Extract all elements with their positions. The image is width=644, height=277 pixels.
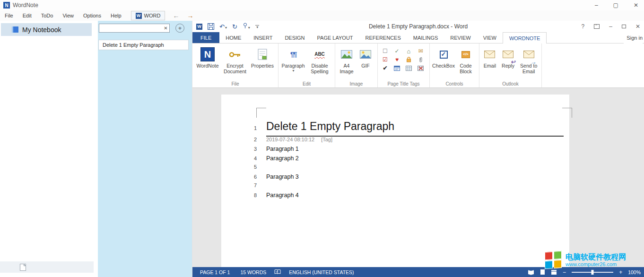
disable-spelling-button[interactable]: ABC Disable Spelling xyxy=(306,44,333,74)
doc-paragraph[interactable]: Paragraph 3 xyxy=(266,173,299,180)
doc-paragraph[interactable]: Paragraph 2 xyxy=(266,155,299,162)
new-page-icon[interactable] xyxy=(20,264,26,271)
ribbon-display-options-icon[interactable] xyxy=(594,24,600,29)
ribbon-group-page-title-tags: ☐ ✓ ⌂ ✉ ☑ ♥ ✔ xyxy=(378,43,430,87)
qat-icons: W ↶▾ ↻ ▾ ▾ xyxy=(196,21,259,32)
line-number: 2 xyxy=(248,137,257,142)
menu-todo[interactable]: ToDo xyxy=(36,13,58,18)
undo-button[interactable]: ↶▾ xyxy=(219,22,227,31)
tab-home[interactable]: HOME xyxy=(219,32,247,43)
line-number: 4 xyxy=(248,156,257,161)
tag-attachment-icon[interactable] xyxy=(419,57,423,63)
tab-page-layout[interactable]: PAGE LAYOUT xyxy=(311,32,359,43)
tag-lock-icon[interactable] xyxy=(406,57,411,62)
menu-edit[interactable]: Edit xyxy=(18,13,36,18)
zoom-in-button[interactable]: + xyxy=(619,269,622,276)
tag-mail-icon[interactable]: ✉ xyxy=(418,48,423,54)
paragraph-button[interactable]: ¶¶ Paragraph ▾ xyxy=(280,44,306,73)
gif-button[interactable]: GIF xyxy=(357,44,374,69)
tab-view[interactable]: VIEW xyxy=(477,32,503,43)
tag-checkbox-icon[interactable]: ☐ xyxy=(383,48,388,54)
read-mode-icon[interactable] xyxy=(528,269,534,275)
zoom-out-button[interactable]: − xyxy=(563,269,566,276)
tag-table-icon[interactable] xyxy=(406,66,412,71)
tag-bold-check-icon[interactable]: ✔ xyxy=(383,65,387,71)
touch-mode-button[interactable]: ▾ xyxy=(243,22,250,31)
watermark-text: 电脑软硬件教程网 www.computer26.com xyxy=(566,252,626,268)
zoom-level[interactable]: 100% xyxy=(628,269,641,275)
menu-options[interactable]: Options xyxy=(78,13,106,18)
menu-help[interactable]: Help xyxy=(106,13,126,18)
tab-mailings[interactable]: MAILINGS xyxy=(407,32,444,43)
search-input[interactable] xyxy=(99,26,162,31)
document-area: 1 Delete 1 Empty Paragraph 2 2019-07-24 … xyxy=(192,88,644,267)
add-page-button[interactable]: + xyxy=(175,24,184,33)
help-button[interactable]: ? xyxy=(582,23,585,30)
menu-file[interactable]: File xyxy=(0,13,18,18)
encrypt-document-button[interactable]: Encrypt Document xyxy=(221,44,249,74)
search-clear-icon[interactable]: ✕ xyxy=(162,26,169,31)
doc-timestamp[interactable]: 2019-07-24 08:10:12 xyxy=(266,137,314,142)
checkbox-control-button[interactable]: ✓ CheckBox xyxy=(431,44,456,69)
tag-checked-box-icon[interactable]: ☑ xyxy=(383,57,388,62)
tab-wordnote[interactable]: WORDNOTE xyxy=(503,32,547,43)
doc-paragraph[interactable]: Paragraph 1 xyxy=(266,146,299,152)
word-minimize-button[interactable]: – xyxy=(609,23,612,30)
tag-heart-icon[interactable]: ♥ xyxy=(395,57,399,62)
tag-check-icon[interactable]: ✓ xyxy=(394,48,399,54)
watermark: 电脑软硬件教程网 www.computer26.com xyxy=(545,251,626,268)
wordnote-button[interactable]: N WordNote xyxy=(194,44,221,69)
properties-button[interactable]: Properties xyxy=(249,44,276,69)
app-maximize-button[interactable]: ▢ xyxy=(613,2,618,9)
redo-icon[interactable]: ↻ xyxy=(232,24,237,30)
notebook-header[interactable]: My Notebook xyxy=(1,23,92,36)
watermark-logo-icon xyxy=(545,251,562,269)
customize-qat-dropdown-icon: ▾ xyxy=(256,26,258,28)
nav-forward-arrow[interactable]: → xyxy=(187,12,193,19)
zoom-slider[interactable] xyxy=(572,272,613,273)
save-icon[interactable] xyxy=(208,23,214,30)
menu-view[interactable]: View xyxy=(58,13,78,18)
tab-design[interactable]: DESIGN xyxy=(278,32,311,43)
app-close-button[interactable]: ✕ xyxy=(634,2,638,9)
gif-icon xyxy=(360,50,371,59)
reply-button[interactable]: ↩ Reply xyxy=(499,44,518,69)
word-document-tab[interactable]: W WORD xyxy=(131,11,165,20)
language-indicator[interactable]: ENGLISH (UNITED STATES) xyxy=(284,269,359,275)
a4-image-button[interactable]: A4 Image xyxy=(337,44,357,74)
nav-back-arrow[interactable]: ← xyxy=(173,12,179,19)
sign-in-link[interactable]: Sign in xyxy=(624,32,643,43)
customize-qat-button[interactable]: ▾ xyxy=(255,25,259,28)
print-layout-icon[interactable] xyxy=(540,269,545,275)
word-count[interactable]: 15 WORDS xyxy=(235,269,271,275)
proofing-icon[interactable] xyxy=(274,269,281,275)
send-to-email-button[interactable]: → Send to Email xyxy=(517,44,540,74)
app-minimize-button[interactable]: – xyxy=(595,2,598,9)
tab-references[interactable]: REFERENCES xyxy=(359,32,407,43)
doc-tag[interactable]: [Tag] xyxy=(321,137,332,142)
tag-table-delete-icon[interactable] xyxy=(418,66,424,71)
web-layout-icon[interactable] xyxy=(551,269,557,275)
doc-paragraph[interactable]: Paragraph 4 xyxy=(266,192,299,199)
word-maximize-button[interactable] xyxy=(622,25,626,28)
paragraph-dropdown-icon: ▾ xyxy=(292,69,294,73)
word-close-button[interactable]: ✕ xyxy=(635,23,640,30)
code-block-icon: </> xyxy=(461,51,470,58)
disable-spelling-label: Disable Spelling xyxy=(306,63,333,74)
tag-home-icon[interactable]: ⌂ xyxy=(407,48,411,54)
page-count[interactable]: PAGE 1 OF 1 xyxy=(195,269,235,275)
tab-file[interactable]: FILE xyxy=(192,32,219,43)
tag-date-icon[interactable] xyxy=(394,65,400,71)
page-list-item[interactable]: Delete 1 Empty Paragraph xyxy=(98,40,189,50)
watermark-logo-green-square xyxy=(554,251,562,260)
email-button[interactable]: Email xyxy=(481,44,499,69)
code-block-button[interactable]: </> Code Block xyxy=(456,44,476,74)
group-label-outlook: Outlook xyxy=(479,81,541,87)
tab-review[interactable]: REVIEW xyxy=(444,32,477,43)
tab-insert[interactable]: INSERT xyxy=(247,32,278,43)
doc-title-text[interactable]: Delete 1 Empty Paragraph xyxy=(266,120,394,133)
doc-line-3: 3 Paragraph 1 xyxy=(248,146,299,152)
zoom-slider-thumb[interactable] xyxy=(592,270,594,275)
app-window-controls: – ▢ ✕ xyxy=(595,0,638,10)
document-page[interactable]: 1 Delete 1 Empty Paragraph 2 2019-07-24 … xyxy=(221,95,569,267)
